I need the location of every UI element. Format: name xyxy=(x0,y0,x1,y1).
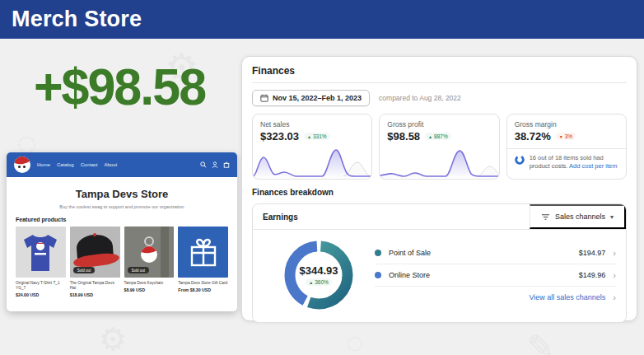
earnings-total: $344.93 xyxy=(300,264,338,277)
channel-name: Point of Sale xyxy=(389,249,431,257)
store-nav-catalog[interactable]: Catalog xyxy=(57,162,74,167)
net-sales-card[interactable]: Net sales $323.03 ▲331% xyxy=(252,114,372,180)
earnings-heading: Earnings xyxy=(253,204,530,229)
store-navbar: Home Catalog Contact About xyxy=(7,152,237,177)
background-doodle: ⚙ xyxy=(99,321,127,355)
soldout-badge: Sold out xyxy=(128,267,150,273)
profit-highlight: +$98.58 xyxy=(5,57,234,117)
caret-down-icon: ▾ xyxy=(610,213,614,221)
product-price: $24.00 USD xyxy=(16,292,66,297)
product-name: The Original Tampa Devs Hat xyxy=(70,281,120,291)
store-preview: Home Catalog Contact About Tampa Devs St… xyxy=(7,152,237,311)
metric-value: $98.58 xyxy=(387,130,420,142)
finances-heading: Finances xyxy=(252,65,627,83)
product-keychain[interactable]: Sold out Tampa Devs Keychain $8.99 USD xyxy=(124,227,175,297)
product-name: Tampa Devs Keychain xyxy=(124,281,175,286)
up-arrow-icon: ▲ xyxy=(428,134,432,139)
gross-profit-sparkline xyxy=(380,144,499,179)
channel-value: $149.96 xyxy=(579,271,606,279)
up-arrow-icon: ▲ xyxy=(309,280,313,285)
store-subtitle: Buy the coolest swag to support and prom… xyxy=(7,204,237,209)
hat-image[interactable]: Sold out xyxy=(70,227,120,278)
tshirt-image[interactable] xyxy=(16,227,66,278)
channel-row-online-store[interactable]: Online Store $149.96 › xyxy=(375,264,616,287)
calendar-icon xyxy=(260,94,268,102)
soldout-badge: Sold out xyxy=(73,267,96,273)
channel-value: $194.97 xyxy=(579,249,606,257)
chevron-right-icon: › xyxy=(613,249,616,258)
search-icon[interactable] xyxy=(200,161,207,168)
date-range-label: Nov 15, 2022–Feb 1, 2023 xyxy=(273,94,362,102)
product-price: $8.99 USD xyxy=(124,287,175,292)
store-nav-contact[interactable]: Contact xyxy=(81,162,98,167)
store-logo[interactable] xyxy=(14,156,30,173)
cost-note: 16 out of 18 items sold had product cost… xyxy=(530,154,618,170)
finances-breakdown-heading: Finances breakdown xyxy=(252,188,627,197)
up-arrow-icon: ▲ xyxy=(307,134,311,139)
product-price: From $8.30 USD xyxy=(178,287,228,292)
product-gift-card[interactable]: Tampa Devs Store Gift Card From $8.30 US… xyxy=(178,227,228,297)
product-price: $18.99 USD xyxy=(70,292,120,297)
gross-margin-card[interactable]: Gross margin 38.72% ▼3% 16 out of 18 ite… xyxy=(506,114,627,180)
metric-label: Gross profit xyxy=(387,120,491,128)
page-title: Merch Store xyxy=(12,7,142,32)
pos-legend-dot xyxy=(375,250,381,256)
filter-label: Sales channels xyxy=(555,213,605,221)
finances-panel: Finances Nov 15, 2022–Feb 1, 2023 compar… xyxy=(241,56,637,321)
view-all-sales-channels-link[interactable]: View all sales channels › xyxy=(375,287,616,308)
account-icon[interactable] xyxy=(212,161,218,168)
add-cost-link[interactable]: Add cost per item xyxy=(569,162,617,170)
top-banner: Merch Store xyxy=(0,0,644,39)
store-nav-home[interactable]: Home xyxy=(37,162,50,167)
metric-value: $323.03 xyxy=(260,130,299,142)
gift-card-image[interactable] xyxy=(178,227,228,278)
down-arrow-icon: ▼ xyxy=(559,134,563,139)
metric-value: 38.72% xyxy=(515,130,551,142)
gross-profit-card[interactable]: Gross profit $98.58 ▲887% xyxy=(379,114,499,180)
filter-icon xyxy=(541,213,550,221)
store-nav-about[interactable]: About xyxy=(104,162,117,167)
product-hat[interactable]: Sold out The Original Tampa Devs Hat $18… xyxy=(70,227,120,297)
background-doodle: ✎ xyxy=(527,328,555,355)
product-name: Original Navy T-Shirt T_1 YG_7 xyxy=(16,281,66,291)
product-name: Tampa Devs Store Gift Card xyxy=(178,281,228,286)
cart-icon[interactable] xyxy=(223,161,230,168)
compare-period-text: compared to Aug 28, 2022 xyxy=(379,94,461,102)
gift-icon xyxy=(187,236,220,269)
change-badge: ▼3% xyxy=(556,133,576,140)
product-tshirt[interactable]: Original Navy T-Shirt T_1 YG_7 $24.00 US… xyxy=(16,227,66,297)
channel-name: Online Store xyxy=(389,271,430,279)
change-badge: ▲887% xyxy=(425,133,451,140)
metric-label: Gross margin xyxy=(515,120,618,128)
earnings-change-badge: ▲360% xyxy=(306,278,332,286)
chevron-right-icon: › xyxy=(613,293,616,302)
earnings-donut-chart: $344.93 ▲360% xyxy=(279,236,358,315)
featured-products-heading: Featured products xyxy=(16,217,237,222)
change-badge: ▲331% xyxy=(304,133,330,140)
sales-channels-filter-button[interactable]: Sales channels ▾ xyxy=(530,204,626,229)
background-doodle: ◌ xyxy=(346,325,363,355)
date-range-button[interactable]: Nov 15, 2022–Feb 1, 2023 xyxy=(252,90,370,106)
keychain-image[interactable]: Sold out xyxy=(124,227,175,278)
cost-progress-icon xyxy=(515,155,525,165)
earnings-card: Earnings Sales channels ▾ xyxy=(252,203,627,323)
net-sales-sparkline xyxy=(253,144,372,179)
metric-label: Net sales xyxy=(260,120,364,128)
online-legend-dot xyxy=(375,272,381,278)
store-title: Tampa Devs Store xyxy=(7,188,237,200)
channel-row-point-of-sale[interactable]: Point of Sale $194.97 › xyxy=(375,242,616,264)
chevron-right-icon: › xyxy=(613,271,616,280)
